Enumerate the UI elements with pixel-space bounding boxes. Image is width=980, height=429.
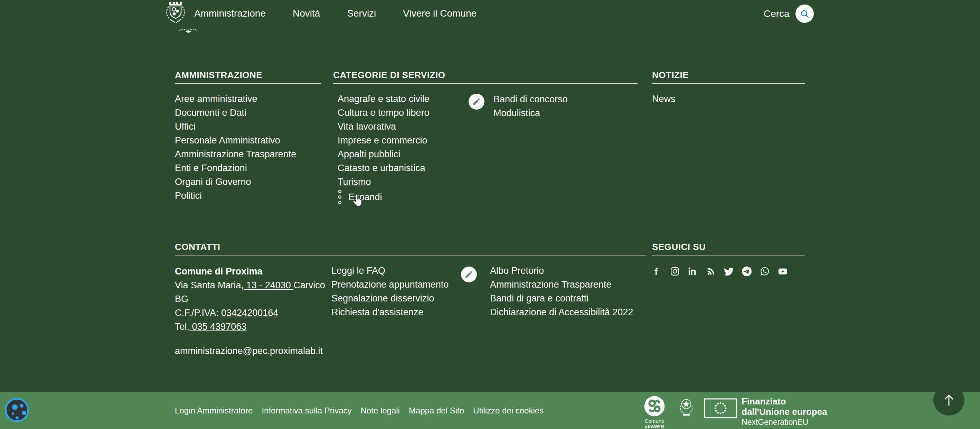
footer-link[interactable]: Amministrazione Trasparente <box>175 149 296 159</box>
footer-section-notizie: NOTIZIE News <box>652 69 805 106</box>
footer-link-turismo-hovered[interactable]: Turismo <box>337 177 371 187</box>
footer-link[interactable]: Anagrafe e stato civile <box>337 94 430 104</box>
list-item: Segnalazione disservizio <box>331 292 449 305</box>
footer-link[interactable]: Politici <box>175 190 202 201</box>
footer-link[interactable]: News <box>652 94 676 104</box>
footer-link[interactable]: Personale Amministrativo <box>175 135 280 145</box>
widget-dot <box>20 404 24 408</box>
footer-link[interactable]: Catasto e urbanistica <box>337 163 425 173</box>
footer-link[interactable]: Bandi di concorso <box>493 94 568 104</box>
mappa-del-sito-link[interactable]: Mappa del Sito <box>409 406 464 416</box>
footer-link[interactable]: Richiesta d'assistenze <box>331 307 423 317</box>
list-item: Richiesta d'assistenze <box>331 305 449 319</box>
footer-link[interactable]: Prenotazione appuntamento <box>331 279 449 290</box>
section-divider <box>175 83 321 84</box>
footer-link[interactable]: Modulistica <box>493 108 540 118</box>
list-item: Organi di Governo <box>175 175 321 189</box>
footer-section-categorie-di-servizio: CATEGORIE DI SERVIZIO Anagrafe e stato c… <box>333 69 638 205</box>
telegram-icon[interactable] <box>742 266 752 276</box>
widget-dot <box>16 416 19 419</box>
list-item: Uffici <box>175 120 321 134</box>
nav-item-amministrazione[interactable]: Amministrazione <box>194 8 266 19</box>
search-button[interactable] <box>795 5 814 23</box>
section-title: SEGUICI SU <box>652 241 805 253</box>
italian-republic-emblem-icon <box>675 396 697 418</box>
search-icon <box>800 9 810 19</box>
whatsapp-icon[interactable] <box>760 266 770 276</box>
footer-section-contatti: CONTATTI Comune di Proxima Via Santa Mar… <box>175 241 646 333</box>
social-icons-row <box>652 266 805 276</box>
edit-badge <box>461 266 477 282</box>
bottom-bar-links: Login Amministratore Informativa sulla P… <box>175 392 544 429</box>
municipality-logo[interactable] <box>164 1 186 29</box>
list-item: Bandi di concorso <box>493 92 568 106</box>
eu-funding-line3: NextGenerationEU <box>741 417 827 427</box>
footer-link[interactable]: Vita lavorativa <box>337 121 396 132</box>
list-item: Prenotazione appuntamento <box>331 277 449 292</box>
footer-link[interactable]: Bandi di gara e contratti <box>490 293 589 303</box>
laurel-flourish-icon <box>179 28 199 35</box>
footer-link[interactable]: Dichiarazione di Accessibilità 2022 <box>490 307 633 317</box>
inweb-caption: #InWEB 2.0 <box>641 424 668 429</box>
widget-dot <box>12 412 14 415</box>
section-title: CATEGORIE DI SERVIZIO <box>333 69 638 81</box>
list-item: Imprese e commercio <box>337 134 638 147</box>
scroll-to-top-button[interactable] <box>933 384 964 416</box>
section-title: NOTIZIE <box>652 69 805 81</box>
footer-link[interactable]: Documenti e Dati <box>175 107 247 118</box>
address-prefix: Via Santa Maria, <box>175 280 243 290</box>
section-divider <box>652 83 805 84</box>
footer-link[interactable]: Imprese e commercio <box>337 135 428 145</box>
search-label[interactable]: Cerca <box>764 8 790 19</box>
footer-link[interactable]: Albo Pretorio <box>490 265 544 276</box>
list-item: Dichiarazione di Accessibilità 2022 <box>490 305 633 319</box>
address-link[interactable]: 13 - 24030 <box>243 280 293 290</box>
comune-inweb-icon <box>644 396 665 417</box>
footer-link[interactable]: Enti e Fondazioni <box>175 163 247 173</box>
section-divider <box>175 255 646 255</box>
footer-link[interactable]: Appalti pubblici <box>337 149 401 159</box>
nav-item-servizi[interactable]: Servizi <box>347 8 376 19</box>
cookie-accessibility-widget[interactable] <box>5 398 29 422</box>
footer-link[interactable]: Leggi le FAQ <box>331 265 385 276</box>
rss-icon[interactable] <box>706 266 716 276</box>
facebook-icon[interactable] <box>652 266 662 276</box>
bottom-bar: Login Amministratore Informativa sulla P… <box>0 392 980 429</box>
section-title: AMMINISTRAZIONE <box>175 69 321 81</box>
nav-item-vivere-il-comune[interactable]: Vivere il Comune <box>403 8 477 19</box>
login-amministratore-link[interactable]: Login Amministratore <box>175 406 253 416</box>
footer-link[interactable]: Organi di Governo <box>175 177 251 187</box>
email-link[interactable]: amministrazione@pec.proximalab.it <box>175 346 323 356</box>
twitter-icon[interactable] <box>724 266 733 276</box>
expand-button[interactable]: Espandi <box>337 190 382 205</box>
footer-section-seguici-su: SEGUICI SU <box>652 241 805 276</box>
list-item: Bandi di gara e contratti <box>490 292 633 305</box>
list-item: News <box>652 92 805 106</box>
list-item: Amministrazione Trasparente <box>175 147 321 161</box>
footer-section-amministrazione: AMMINISTRAZIONE Aree amministrative Docu… <box>175 69 321 203</box>
list-item: Turismo <box>337 175 638 189</box>
list-item: Documenti e Dati <box>175 106 321 120</box>
tel-link[interactable]: 035 4397063 <box>189 322 247 332</box>
site-header: Amministrazione Novità Servizi Vivere il… <box>0 0 980 39</box>
tel-line: Tel. 035 4397063 <box>175 320 646 333</box>
youtube-icon[interactable] <box>778 266 788 276</box>
instagram-icon[interactable] <box>670 266 680 276</box>
section-divider <box>333 83 638 84</box>
eu-funding-line2: dall'Unione europea <box>741 407 827 417</box>
linkedin-icon[interactable] <box>688 266 698 276</box>
cf-link[interactable]: 03424200164 <box>219 308 278 318</box>
list-item: Amministrazione Trasparente <box>490 277 633 292</box>
footer-link[interactable]: Aree amministrative <box>175 94 258 104</box>
comune-caption: Comune <box>641 418 668 424</box>
footer-link[interactable]: Segnalazione disservizio <box>331 293 434 303</box>
footer-link[interactable]: Amministrazione Trasparente <box>490 279 611 290</box>
nav-item-novita[interactable]: Novità <box>293 8 320 19</box>
cookies-link[interactable]: Utilizzo dei cookies <box>473 406 544 416</box>
cf-label: C.F./P.IVA: <box>175 308 219 318</box>
footer-link[interactable]: Cultura e tempo libero <box>337 107 430 118</box>
footer-link[interactable]: Uffici <box>175 121 196 132</box>
arrow-up-icon <box>941 392 956 408</box>
note-legali-link[interactable]: Note legali <box>361 406 400 416</box>
privacy-link[interactable]: Informativa sulla Privacy <box>262 406 352 416</box>
